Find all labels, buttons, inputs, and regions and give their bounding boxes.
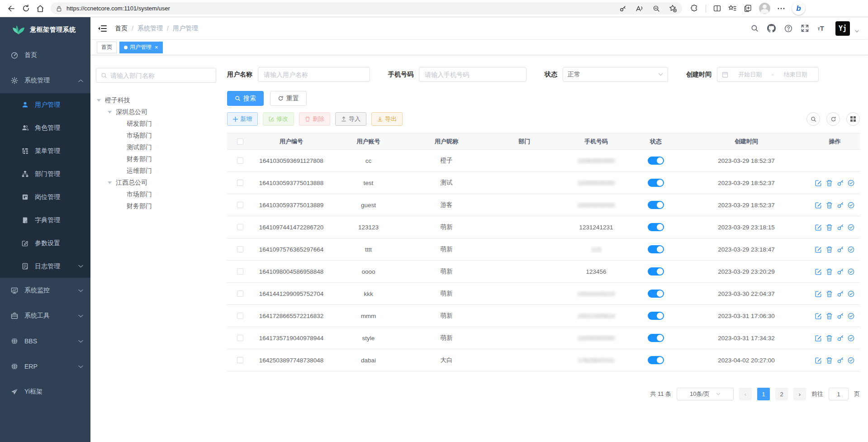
row-assign-role-icon[interactable] xyxy=(848,202,854,209)
row-edit-icon[interactable] xyxy=(815,290,822,297)
row-checkbox[interactable] xyxy=(237,202,243,208)
user-avatar[interactable]: Yj xyxy=(835,21,850,36)
row-checkbox[interactable] xyxy=(237,268,243,275)
sidebar-item-log-mgmt[interactable]: 日志管理 xyxy=(0,255,90,278)
dept-search-box[interactable] xyxy=(96,68,216,83)
status-toggle[interactable] xyxy=(648,245,664,253)
favorites-bar-icon[interactable] xyxy=(728,5,737,12)
search-button[interactable]: 搜索 xyxy=(227,91,264,106)
phone-input[interactable] xyxy=(425,71,521,78)
edit-button[interactable]: 修改 xyxy=(263,112,294,126)
sidebar-item-tools[interactable]: 系统工具 xyxy=(0,303,90,328)
row-edit-icon[interactable] xyxy=(815,357,822,364)
avatar-caret-icon[interactable] xyxy=(855,30,859,33)
row-edit-icon[interactable] xyxy=(815,202,822,209)
row-delete-icon[interactable] xyxy=(826,224,833,231)
lock-icon[interactable] xyxy=(56,5,62,12)
help-icon[interactable] xyxy=(784,24,792,33)
row-delete-icon[interactable] xyxy=(826,357,833,364)
breadcrumb-system[interactable]: 系统管理 xyxy=(138,24,163,33)
row-checkbox[interactable] xyxy=(237,290,243,297)
tree-caret-icon[interactable] xyxy=(108,181,116,184)
font-size-icon[interactable]: тT xyxy=(817,24,824,32)
row-assign-role-icon[interactable] xyxy=(848,357,854,364)
sidebar-item-yi-framework[interactable]: Yi框架 xyxy=(0,379,90,404)
page-button-2[interactable]: 2 xyxy=(775,388,788,400)
hide-search-button[interactable] xyxy=(806,112,820,126)
password-key-icon[interactable] xyxy=(619,5,626,12)
date-end-placeholder[interactable]: 结束日期 xyxy=(778,71,814,79)
row-checkbox[interactable] xyxy=(237,335,243,341)
sidebar-item-user-mgmt[interactable]: 用户管理 xyxy=(0,93,90,116)
next-page-button[interactable]: › xyxy=(793,388,806,400)
row-reset-password-icon[interactable] xyxy=(837,313,844,319)
row-reset-password-icon[interactable] xyxy=(837,290,844,297)
breadcrumb-home[interactable]: 首页 xyxy=(115,24,128,33)
tag-user-mgmt[interactable]: 用户管理 × xyxy=(119,42,163,53)
status-toggle[interactable] xyxy=(648,312,664,320)
browser-refresh-button[interactable] xyxy=(19,2,33,15)
row-reset-password-icon[interactable] xyxy=(837,335,844,342)
row-delete-icon[interactable] xyxy=(826,202,833,209)
status-toggle[interactable] xyxy=(648,334,664,342)
sidebar-item-role-mgmt[interactable]: 角色管理 xyxy=(0,116,90,139)
row-reset-password-icon[interactable] xyxy=(837,224,844,231)
row-delete-icon[interactable] xyxy=(826,180,833,186)
row-assign-role-icon[interactable] xyxy=(848,246,854,253)
row-edit-icon[interactable] xyxy=(815,268,822,275)
tree-node[interactable]: 深圳总公司 xyxy=(96,106,216,118)
zoom-out-icon[interactable] xyxy=(653,5,660,12)
row-delete-icon[interactable] xyxy=(826,268,833,275)
import-button[interactable]: 导入 xyxy=(335,112,366,126)
page-size-select[interactable]: 10条/页 xyxy=(677,388,734,400)
tree-node[interactable]: 市场部门 xyxy=(96,130,216,142)
row-edit-icon[interactable] xyxy=(815,313,822,319)
page-button-1[interactable]: 1 xyxy=(757,388,770,400)
row-reset-password-icon[interactable] xyxy=(837,180,844,186)
read-aloud-icon[interactable] xyxy=(636,5,644,12)
tree-node[interactable]: 橙子科技 xyxy=(96,95,216,106)
tree-node[interactable]: 江西总公司 xyxy=(96,177,216,189)
row-edit-icon[interactable] xyxy=(815,180,822,186)
column-visibility-button[interactable] xyxy=(846,112,860,126)
status-toggle[interactable] xyxy=(648,356,664,364)
browser-home-button[interactable] xyxy=(33,2,47,15)
status-select[interactable]: 正常 xyxy=(563,67,668,82)
goto-page-input[interactable] xyxy=(829,388,849,400)
browser-menu-icon[interactable] xyxy=(778,8,785,10)
url-text[interactable]: https://ccnetcore.com:1101/system/user xyxy=(66,5,619,12)
status-toggle[interactable] xyxy=(648,157,664,165)
bing-chat-icon[interactable]: b xyxy=(792,2,805,15)
github-icon[interactable] xyxy=(767,24,776,33)
status-toggle[interactable] xyxy=(648,290,664,298)
split-screen-icon[interactable] xyxy=(713,5,721,12)
tree-caret-icon[interactable] xyxy=(97,99,105,102)
date-start-placeholder[interactable]: 开始日期 xyxy=(732,71,768,79)
row-edit-icon[interactable] xyxy=(815,246,822,253)
tree-node[interactable]: 市场部门 xyxy=(96,189,216,200)
date-range-picker[interactable]: 开始日期 - 结束日期 xyxy=(717,67,819,82)
username-input[interactable] xyxy=(264,71,364,78)
delete-button[interactable]: 删除 xyxy=(299,112,330,126)
status-toggle[interactable] xyxy=(648,179,664,187)
row-delete-icon[interactable] xyxy=(826,290,833,297)
tree-node[interactable]: 研发部门 xyxy=(96,118,216,130)
tree-node[interactable]: 财务部门 xyxy=(96,153,216,165)
row-reset-password-icon[interactable] xyxy=(837,357,844,364)
reset-button[interactable]: 重置 xyxy=(270,91,307,106)
row-assign-role-icon[interactable] xyxy=(848,290,854,297)
status-toggle[interactable] xyxy=(648,267,664,276)
row-edit-icon[interactable] xyxy=(815,335,822,342)
address-bar[interactable]: https://ccnetcore.com:1101/system/user xyxy=(51,2,682,14)
favorite-add-icon[interactable] xyxy=(669,5,677,12)
sidebar-item-param-settings[interactable]: 参数设置 xyxy=(0,232,90,255)
status-toggle[interactable] xyxy=(648,201,664,209)
sidebar-item-bbs[interactable]: BBS xyxy=(0,328,90,354)
row-delete-icon[interactable] xyxy=(826,246,833,253)
row-checkbox[interactable] xyxy=(237,157,243,164)
row-assign-role-icon[interactable] xyxy=(848,224,854,231)
tag-close-icon[interactable]: × xyxy=(155,44,158,50)
sidebar-item-home[interactable]: 首页 xyxy=(0,43,90,68)
tree-caret-icon[interactable] xyxy=(108,111,116,114)
sidebar-item-monitor[interactable]: 系统监控 xyxy=(0,278,90,303)
